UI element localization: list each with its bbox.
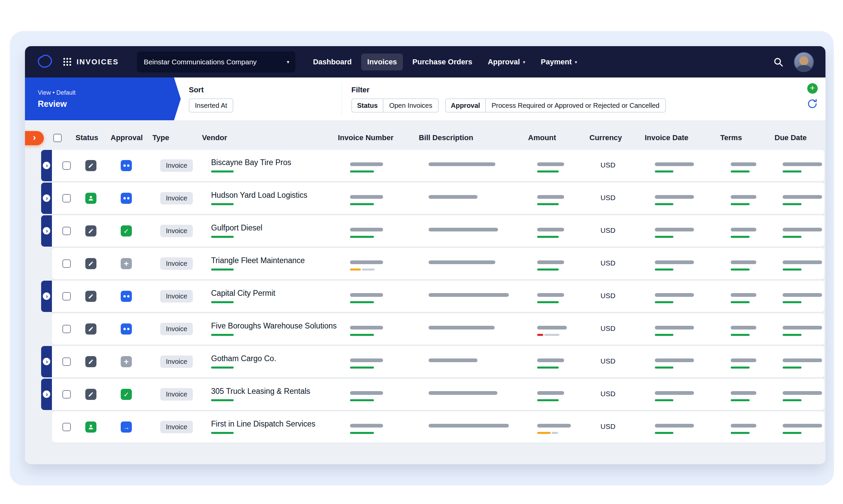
- pencil-icon[interactable]: [85, 356, 97, 367]
- sort-value-chip[interactable]: Inserted At: [189, 98, 233, 112]
- chevron-down-icon: ▾: [575, 59, 577, 65]
- circle-arrow-icon: ›: [43, 358, 50, 365]
- invoice-type-pill: Invoice: [160, 421, 193, 433]
- bill-description-redacted: [429, 293, 509, 297]
- nav-link-purchase-orders[interactable]: Purchase Orders: [406, 54, 478, 70]
- bill-description-redacted: [429, 162, 495, 166]
- row-expand-tab[interactable]: ›: [41, 346, 52, 377]
- dots-icon[interactable]: [121, 160, 132, 171]
- nav-link-dashboard[interactable]: Dashboard: [307, 54, 358, 70]
- invoice-row[interactable]: › + Invoice Gotham Cargo Co. USD: [41, 346, 824, 377]
- invoice-number-underline: [350, 399, 374, 401]
- row-checkbox[interactable]: [63, 194, 71, 202]
- due-date-redacted: [782, 293, 822, 297]
- row-checkbox[interactable]: [63, 259, 71, 268]
- brand-logo-icon: [36, 54, 54, 70]
- bill-description-redacted: [429, 424, 509, 428]
- nav-link-approval[interactable]: Approval▾: [482, 54, 531, 70]
- pencil-icon[interactable]: [85, 389, 97, 400]
- plus-icon[interactable]: +: [121, 356, 132, 367]
- invoice-number-underline: [350, 301, 374, 303]
- user-avatar[interactable]: [794, 52, 814, 72]
- invoice-row[interactable]: › Invoice Hudson Yard Load Logistics USD: [41, 183, 824, 214]
- due-date-redacted: [782, 260, 822, 264]
- invoice-row-card[interactable]: Invoice Hudson Yard Load Logistics USD: [52, 183, 824, 214]
- row-checkbox[interactable]: [63, 325, 71, 333]
- app-grid-icon[interactable]: [63, 58, 71, 66]
- invoice-date-underline: [655, 203, 673, 205]
- invoice-row-card[interactable]: Invoice Biscayne Bay Tire Pros USD: [52, 150, 824, 181]
- terms-redacted: [731, 424, 756, 428]
- invoice-row-card[interactable]: Invoice Capital City Permit USD: [52, 281, 824, 312]
- search-button[interactable]: [773, 57, 784, 67]
- row-expand-tab[interactable]: ›: [41, 150, 52, 181]
- due-date-underline: [782, 366, 802, 368]
- refresh-button[interactable]: [807, 98, 818, 109]
- pencil-icon[interactable]: [85, 160, 97, 171]
- add-invoice-button[interactable]: +: [807, 83, 818, 94]
- circle-arrow-icon: ›: [43, 391, 50, 398]
- invoice-row[interactable]: › Invoice Capital City Permit USD: [41, 281, 824, 312]
- check-icon[interactable]: ✓: [121, 389, 132, 400]
- amount-underline: [537, 301, 559, 303]
- invoice-row-card[interactable]: Invoice Five Boroughs Warehouse Solution…: [52, 313, 824, 345]
- nav-link-invoices[interactable]: Invoices: [361, 54, 403, 70]
- refresh-icon: [807, 98, 818, 109]
- row-checkbox[interactable]: [63, 423, 71, 431]
- pencil-icon[interactable]: [85, 258, 97, 269]
- amount-redacted: [537, 162, 564, 166]
- invoice-row-card[interactable]: ✓ Invoice Gulfport Diesel USD: [52, 215, 824, 247]
- filter-chip-approval[interactable]: Approval Process Required or Approved or…: [445, 98, 666, 112]
- invoice-row-card[interactable]: ✓ Invoice 305 Truck Leasing & Rentals US…: [52, 379, 824, 410]
- row-expand-tab[interactable]: ›: [41, 281, 52, 312]
- row-checkbox[interactable]: [63, 227, 71, 235]
- row-expand-tab: ›: [41, 313, 52, 345]
- pencil-icon[interactable]: [85, 226, 97, 236]
- row-checkbox[interactable]: [63, 161, 71, 170]
- person-icon[interactable]: [85, 421, 97, 433]
- vendor-name: Five Boroughs Warehouse Solutions: [211, 321, 337, 330]
- amount-redacted: [537, 195, 564, 199]
- plus-icon[interactable]: +: [121, 258, 132, 269]
- invoice-row[interactable]: › ✓ Invoice Gulfport Diesel USD: [41, 215, 824, 247]
- pencil-icon[interactable]: [85, 291, 97, 302]
- column-header-approval: Approval: [110, 133, 143, 142]
- invoice-row[interactable]: › Invoice Biscayne Bay Tire Pros USD: [41, 150, 824, 181]
- main-nav: Dashboard Invoices Purchase Orders Appro…: [307, 54, 583, 70]
- select-all-checkbox[interactable]: [53, 134, 62, 142]
- row-expand-tab[interactable]: ›: [41, 215, 52, 247]
- invoice-type-pill: Invoice: [160, 192, 193, 204]
- dots-icon[interactable]: [121, 193, 132, 204]
- dots-icon[interactable]: [121, 323, 132, 335]
- column-header-status: Status: [75, 133, 98, 142]
- toolbar: View • Default Review Sort Inserted At F…: [25, 77, 825, 120]
- invoice-row[interactable]: › Invoice Five Boroughs Warehouse Soluti…: [41, 313, 824, 345]
- terms-redacted: [731, 326, 756, 329]
- invoice-row-card[interactable]: → Invoice First in Line Dispatch Service…: [52, 411, 824, 443]
- invoice-row[interactable]: › ✓ Invoice 305 Truck Leasing & Rentals …: [41, 379, 824, 410]
- row-expand-tab[interactable]: ›: [41, 183, 52, 214]
- view-selector[interactable]: View • Default Review: [25, 77, 181, 120]
- arrow-icon[interactable]: →: [121, 421, 132, 433]
- row-checkbox[interactable]: [63, 390, 71, 399]
- row-checkbox[interactable]: [63, 357, 71, 366]
- company-selector[interactable]: Beinstar Communications Company ▾: [137, 52, 295, 72]
- table-header: Status Approval Type Vendor Invoice Numb…: [25, 120, 825, 150]
- dots-icon[interactable]: [121, 291, 132, 302]
- invoice-row-card[interactable]: + Invoice Gotham Cargo Co. USD: [52, 346, 824, 377]
- bill-description-redacted: [429, 260, 495, 264]
- nav-link-payment[interactable]: Payment▾: [535, 54, 583, 70]
- check-icon[interactable]: ✓: [121, 226, 132, 236]
- nav-label: Payment: [541, 58, 572, 66]
- invoice-row[interactable]: › + Invoice Triangle Fleet Maintenance U…: [41, 248, 824, 279]
- filter-chip-status[interactable]: Status Open Invoices: [351, 98, 439, 112]
- vendor-underline: [211, 170, 234, 173]
- invoice-row[interactable]: › → Invoice First in Line Dispatch Servi…: [41, 411, 824, 443]
- invoice-row-card[interactable]: + Invoice Triangle Fleet Maintenance USD: [52, 248, 824, 279]
- row-expand-tab[interactable]: ›: [41, 379, 52, 410]
- person-icon[interactable]: [85, 193, 97, 204]
- invoice-number-redacted: [350, 293, 383, 297]
- pencil-icon[interactable]: [85, 323, 97, 335]
- filter-name: Status: [352, 99, 383, 112]
- row-checkbox[interactable]: [63, 292, 71, 301]
